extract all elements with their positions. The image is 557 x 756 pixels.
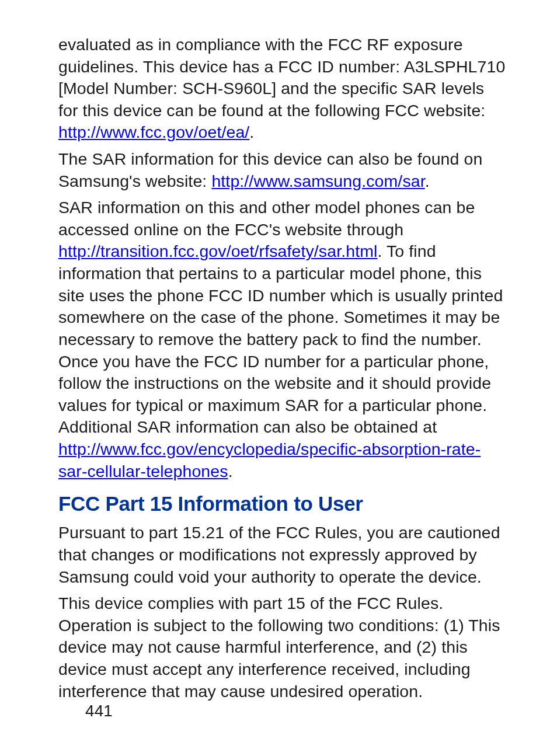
text: . bbox=[249, 123, 254, 141]
text: This device complies with part 15 of the… bbox=[58, 594, 500, 700]
link-samsung-sar[interactable]: http://www.samsung.com/sar bbox=[211, 172, 424, 190]
heading-fcc-part-15: FCC Part 15 Information to User bbox=[58, 490, 506, 517]
text: . bbox=[425, 172, 430, 190]
document-page: evaluated as in compliance with the FCC … bbox=[0, 0, 557, 756]
link-fcc-rfsafety[interactable]: http://transition.fcc.gov/oet/rfsafety/s… bbox=[58, 242, 377, 260]
link-fcc-oet-ea[interactable]: http://www.fcc.gov/oet/ea/ bbox=[58, 123, 249, 141]
page-number: 441 bbox=[85, 701, 113, 722]
text: . To find information that pertains to a… bbox=[58, 242, 503, 436]
paragraph-fcc-id: evaluated as in compliance with the FCC … bbox=[58, 34, 506, 144]
text: evaluated as in compliance with the FCC … bbox=[58, 35, 505, 120]
paragraph-part-15-21: Pursuant to part 15.21 of the FCC Rules,… bbox=[58, 522, 506, 588]
paragraph-samsung-sar: The SAR information for this device can … bbox=[58, 148, 506, 192]
text: Pursuant to part 15.21 of the FCC Rules,… bbox=[58, 523, 500, 586]
paragraph-part-15-conditions: This device complies with part 15 of the… bbox=[58, 593, 506, 702]
text: . bbox=[228, 462, 233, 480]
paragraph-sar-info: SAR information on this and other model … bbox=[58, 197, 506, 482]
text: SAR information on this and other model … bbox=[58, 198, 475, 239]
link-fcc-encyclopedia[interactable]: http://www.fcc.gov/encyclopedia/specific… bbox=[58, 440, 481, 480]
